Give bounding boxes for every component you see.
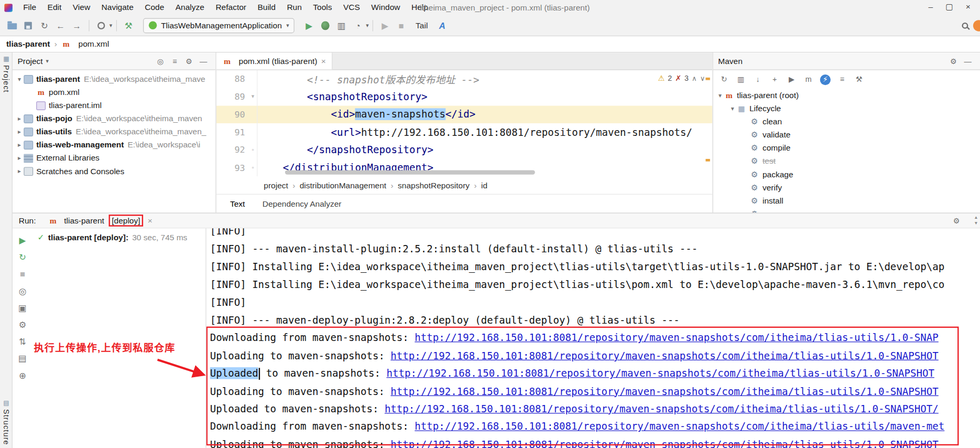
maven-goal-row[interactable]: ⚙test (713, 155, 980, 168)
console-settings-icon[interactable]: ⚙ (18, 321, 26, 329)
console-link[interactable]: http://192.168.150.101:8081/repository/m… (390, 349, 938, 361)
maximize-button[interactable]: ▢ (940, 0, 959, 15)
scrollbar-arrows[interactable]: ▲ ▼ (974, 215, 978, 225)
prev-issue-icon[interactable]: ∧ (692, 74, 697, 82)
snapshot-icon[interactable]: ▣ (18, 303, 27, 312)
minimize-button[interactable]: – (921, 0, 940, 15)
search-icon[interactable] (959, 19, 971, 31)
project-tree-row[interactable]: tlias-parent.iml (13, 99, 216, 112)
coverage-icon[interactable]: ▥ (335, 19, 348, 31)
locate-file-icon[interactable]: ◎ (155, 56, 166, 66)
download-sources-icon[interactable]: ↓ (753, 74, 763, 84)
chevron-down-icon[interactable]: ▾ (366, 22, 368, 28)
menu-run[interactable]: Run (281, 0, 308, 15)
fold-marker-icon[interactable]: ▫ (249, 158, 258, 176)
breadcrumb-item[interactable]: distributionManagement (300, 180, 386, 190)
debug-icon[interactable] (319, 19, 332, 31)
sync-icon[interactable]: ↻ (38, 19, 51, 31)
breadcrumb-item-file[interactable]: pom.xml (79, 39, 110, 49)
console-link[interactable]: http://192.168.150.101:8081/repository/m… (390, 385, 938, 397)
skip-tests-icon[interactable]: ⚡ (820, 74, 831, 84)
generate-sources-icon[interactable]: ▥ (736, 74, 746, 84)
console-link[interactable]: http://192.168.150.101:8081/repository/m… (385, 403, 939, 415)
tree-chevron-icon[interactable]: ▸ (15, 168, 24, 175)
horizontal-scrollbar[interactable] (285, 170, 535, 174)
run-button[interactable]: ▶ (303, 19, 315, 31)
console-link[interactable]: http://192.168.150.101:8081/repository/m… (390, 439, 938, 448)
forward-icon[interactable]: → (71, 19, 83, 31)
menu-build[interactable]: Build (252, 0, 281, 15)
project-tree-row[interactable]: ▸tlias-utilsE:\idea_workspace\itheima_ma… (13, 125, 216, 138)
project-tree-row[interactable]: ▸tlias-pojoE:\idea_workspace\itheima_mav… (13, 112, 216, 125)
tree-chevron-icon[interactable]: ▸ (15, 155, 24, 162)
run-tree-row[interactable]: ✓ tlias-parent [deploy]: 30 sec, 745 ms (32, 228, 205, 242)
project-header-label[interactable]: Project (17, 56, 42, 66)
close-tab-icon[interactable]: × (148, 216, 153, 225)
maven-goal-row[interactable]: ⚙package (713, 168, 980, 181)
console-link[interactable]: http://192.168.150.101:8081/repository/m… (386, 367, 934, 379)
tree-chevron-icon[interactable]: ▸ (15, 115, 24, 122)
maven-goal-row[interactable]: ⚙install (713, 194, 980, 207)
scroll-ends-icon[interactable]: ⇅ (19, 337, 26, 346)
rerun-icon[interactable]: ▶ (19, 236, 26, 245)
pin-icon[interactable]: ⊕ (19, 371, 26, 380)
refresh-icon[interactable]: ↻ (19, 253, 26, 262)
back-icon[interactable]: ← (55, 19, 67, 31)
hide-panel-icon[interactable]: — (198, 56, 209, 66)
layout-icon[interactable]: ▤ (18, 354, 27, 363)
chevron-down-icon[interactable]: ▾ (46, 58, 49, 64)
maven-goal-row[interactable]: ⚙validate (713, 128, 980, 141)
find-icon[interactable]: ◎ (19, 286, 27, 295)
menu-view[interactable]: View (67, 0, 96, 15)
tab-text[interactable]: Text (230, 199, 245, 208)
editor-tab[interactable]: m pom.xml (tlias-parent) × (216, 52, 333, 69)
structure-tool-button[interactable]: ▤ Structure (0, 399, 13, 445)
console-link[interactable]: http://192.168.150.101:8081/repository/m… (415, 332, 938, 344)
menu-edit[interactable]: Edit (42, 0, 67, 15)
editor-line[interactable]: 92▫ </snapshotRepository> (216, 141, 713, 159)
reimport-icon[interactable]: ↻ (718, 74, 729, 84)
inspection-widget[interactable]: ⚠ 2 ✗ 3 ∧ ∨ (658, 74, 705, 83)
scroll-down-icon[interactable]: ▼ (974, 221, 978, 225)
stop-icon[interactable]: ■ (20, 270, 25, 279)
project-tree-row[interactable]: ▸tlias-web-managementE:\idea_workspace\i (13, 138, 216, 152)
chevron-down-icon[interactable]: ▾ (110, 22, 112, 28)
menu-file[interactable]: File (17, 0, 41, 15)
panel-settings-icon[interactable]: ⚙ (184, 56, 194, 66)
maven-goal-row[interactable]: ⚙clean (713, 115, 980, 128)
hide-panel-icon[interactable]: — (963, 56, 973, 66)
execute-goal-icon[interactable]: m (803, 74, 813, 84)
menu-vcs[interactable]: VCS (337, 0, 365, 15)
build-hammer-icon[interactable]: ⚒ (122, 19, 135, 31)
close-button[interactable]: × (959, 0, 977, 15)
menu-tools[interactable]: Tools (308, 0, 338, 15)
tree-chevron-icon[interactable]: ▸ (15, 142, 24, 148)
expand-icon[interactable]: ≡ (837, 74, 847, 84)
next-issue-icon[interactable]: ∨ (700, 74, 705, 82)
avatar-icon[interactable] (973, 20, 980, 31)
translate-icon[interactable]: A (436, 19, 449, 31)
open-icon[interactable] (6, 19, 18, 31)
menu-window[interactable]: Window (366, 0, 406, 15)
maven-goal-row[interactable]: ⚙compile (713, 142, 980, 155)
project-tool-button[interactable]: ▦ Project (0, 55, 13, 93)
profiler-icon[interactable]: ◔ (352, 19, 364, 31)
editor-line[interactable]: 88 <!-- snapshot版本的发布地址 --> (216, 70, 713, 88)
project-tree-row[interactable]: ▾tlias-parentE:\idea_workspace\itheima_m… (13, 72, 216, 86)
menu-refactor[interactable]: Refactor (210, 0, 252, 15)
fold-marker-icon[interactable]: ▾ (249, 88, 258, 105)
tree-chevron-icon[interactable]: ▾ (15, 76, 24, 82)
breadcrumb-item[interactable]: snapshotRepository (398, 180, 470, 190)
scroll-up-icon[interactable]: ▲ (974, 215, 978, 219)
save-icon[interactable] (22, 19, 35, 31)
run-maven-icon[interactable]: ▶ (786, 74, 797, 84)
panel-settings-icon[interactable]: ⚙ (948, 56, 959, 66)
breadcrumb-item-parent[interactable]: tlias-parent (6, 39, 50, 49)
fold-marker-icon[interactable] (249, 70, 258, 88)
fold-marker-icon[interactable] (249, 105, 258, 123)
menu-analyze[interactable]: Analyze (170, 0, 210, 15)
editor-code[interactable]: 88 <!-- snapshot版本的发布地址 -->89▾ <snapshot… (216, 70, 713, 177)
editor-line[interactable]: 89▾ <snapshotRepository> (216, 88, 713, 105)
maven-goal-row[interactable]: ⚙verify (713, 181, 980, 194)
console-link[interactable]: http://192.168.150.101:8081/repository/m… (415, 421, 944, 433)
